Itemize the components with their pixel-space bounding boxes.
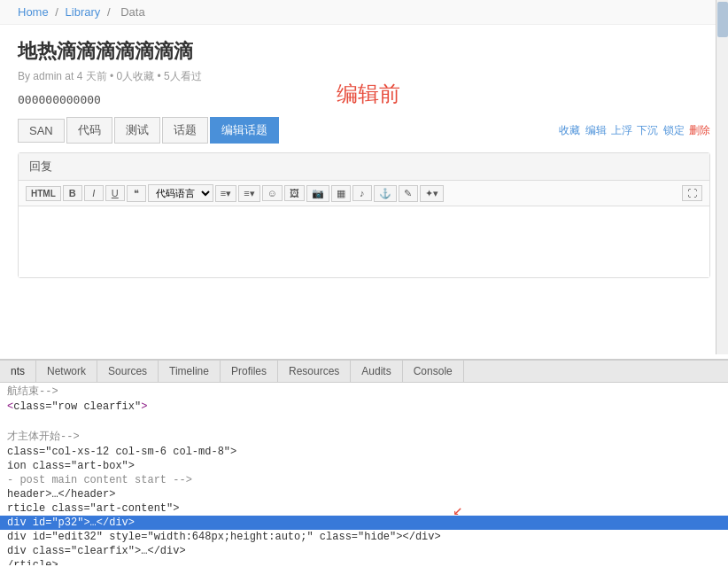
edit-link[interactable]: 编辑 [585,124,607,136]
code-line-11: div class="clearfix">…</div> [0,544,728,558]
video-button[interactable]: 📷 [306,185,329,202]
devtools-tab-console[interactable]: Console [403,361,464,382]
code-line-10: div id="edit32" style="width:648px;heigh… [0,530,728,544]
breadcrumb-sep2: / [107,5,113,19]
code-line-5: ion class="art-box"> [0,459,728,473]
editor-toolbar: HTML B I U ❝ 代码语言 ≡▾ ≡▾ ☺ 🖼 📷 ▦ ♪ ⚓ ✎ ✦▾… [19,181,709,206]
lock-link[interactable]: 锁定 [663,124,685,136]
devtools-panel: nts Network Sources Timeline Profiles Re… [0,359,728,567]
devtools-tab-timeline[interactable]: Timeline [159,361,221,382]
breadcrumb-current: Data [120,5,144,19]
reply-section: 回复 HTML B I U ❝ 代码语言 ≡▾ ≡▾ ☺ 🖼 📷 ▦ ♪ ⚓ ✎… [18,152,710,278]
table-button[interactable]: ▦ [331,185,351,202]
breadcrumb: Home / Library / Data [0,0,728,25]
float-down-link[interactable]: 下沉 [637,124,658,136]
code-lang-select[interactable]: 代码语言 [148,184,213,202]
code-line-1: <class="row clearfix"> [0,400,728,414]
list-unordered-button[interactable]: ≡▾ [238,185,259,202]
code-line-7: header>…</header> [0,487,728,501]
underline-button[interactable]: U [105,185,125,201]
code-line-8: rticle class="art-content"> ↙ [0,501,728,516]
devtools-content[interactable]: 航结束--> <class="row clearfix"> 才主体开始--> c… [0,383,728,565]
delete-link[interactable]: 删除 [689,124,710,136]
emoji-button[interactable]: ☺ [262,185,283,201]
tabs-row: SAN 代码 测试 话题 编辑话题 收藏 编辑 上浮 下沉 锁定 删除 [18,117,710,144]
devtools-tab-profiles[interactable]: Profiles [221,361,278,382]
main-content: 地热滴滴滴滴滴滴滴 编辑前 By admin at 4 天前 • 0人收藏 • … [0,25,728,296]
bold-button[interactable]: B [63,185,82,201]
float-up-link[interactable]: 上浮 [611,124,632,136]
clear-format-button[interactable]: ✎ [399,185,418,202]
code-line-6: - post main content start --> [0,473,728,487]
devtools-tab-sources[interactable]: Sources [97,361,159,382]
tab-code[interactable]: 代码 [66,117,112,144]
quote-button[interactable]: ❝ [127,185,146,202]
code-line-2 [0,414,728,428]
code-line-0: 航结束--> [0,383,728,400]
list-ordered-button[interactable]: ≡▾ [215,185,236,202]
edit-label: 编辑前 [337,80,400,108]
scrollbar-thumb [717,2,728,37]
code-line-12: /rticle> [0,558,728,565]
code-line-4: class="col-xs-12 col-sm-6 col-md-8"> [0,445,728,459]
devtools-tab-audits[interactable]: Audits [351,361,402,382]
collect-link[interactable]: 收藏 [559,124,580,136]
right-scrollbar[interactable] [716,0,728,354]
tab-topic[interactable]: 话题 [162,117,208,144]
code-line-3: 才主体开始--> [0,428,728,445]
link-button[interactable]: ⚓ [374,185,397,202]
editor-body[interactable] [19,206,709,277]
action-links: 收藏 编辑 上浮 下沉 锁定 删除 [557,123,710,138]
breadcrumb-sep1: / [55,5,61,19]
devtools-tab-resources[interactable]: Resources [278,361,351,382]
html-button[interactable]: HTML [26,186,61,201]
devtools-tab-network[interactable]: Network [36,361,97,382]
post-title: 地热滴滴滴滴滴滴滴 [18,38,710,65]
tab-edit-topic[interactable]: 编辑话题 [210,117,279,144]
breadcrumb-home[interactable]: Home [18,5,49,19]
fullscreen-button[interactable]: ⛶ [682,185,702,201]
devtools-tab-nts[interactable]: nts [0,361,36,382]
reply-header: 回复 [19,153,709,181]
music-button[interactable]: ♪ [352,185,372,201]
tab-test[interactable]: 测试 [114,117,160,144]
italic-button[interactable]: I [84,185,104,201]
code-line-9[interactable]: div id="p32">…</div> [0,516,728,530]
magic-button[interactable]: ✦▾ [420,185,444,202]
breadcrumb-library[interactable]: Library [66,5,101,19]
tab-san[interactable]: SAN [18,119,65,143]
devtools-tabs: nts Network Sources Timeline Profiles Re… [0,361,728,383]
image-button[interactable]: 🖼 [284,185,305,201]
